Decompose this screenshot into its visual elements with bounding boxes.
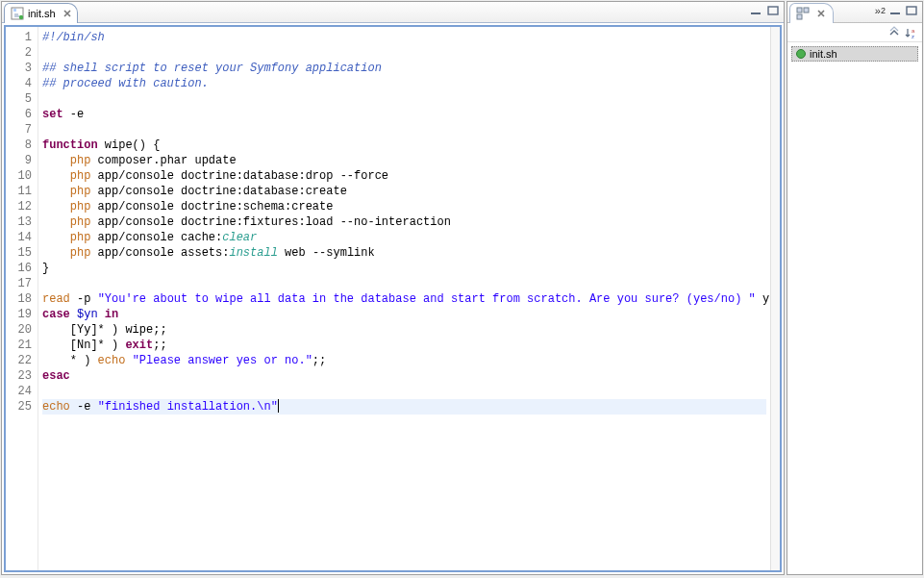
line-number: 20 bbox=[8, 322, 32, 338]
collapse-all-icon[interactable] bbox=[887, 26, 901, 39]
code-line[interactable] bbox=[42, 384, 766, 399]
line-number: 9 bbox=[8, 153, 32, 168]
code-line[interactable]: set -e bbox=[42, 107, 766, 122]
svg-rect-4 bbox=[797, 8, 802, 13]
line-number: 2 bbox=[8, 45, 32, 61]
text-cursor bbox=[278, 399, 279, 413]
shell-script-icon bbox=[796, 49, 806, 59]
line-number: 10 bbox=[8, 168, 32, 184]
code-content[interactable]: #!/bin/sh## shell script to reset your S… bbox=[38, 27, 770, 570]
outline-panel: »2 a z init.sh bbox=[787, 1, 923, 575]
line-number: 12 bbox=[8, 199, 32, 214]
line-number: 1 bbox=[8, 30, 32, 45]
outline-item-init-sh[interactable]: init.sh bbox=[791, 46, 918, 62]
code-editor[interactable]: 1234567891011121314151617181920212223242… bbox=[4, 25, 782, 572]
code-line[interactable]: read -p "You're about to wipe all data i… bbox=[42, 291, 766, 307]
code-line[interactable]: php app/console doctrine:fixtures:load -… bbox=[42, 214, 766, 230]
overflow-count: 2 bbox=[881, 6, 886, 15]
sort-alpha-icon[interactable]: a z bbox=[905, 26, 918, 39]
editor-panel: init.sh 12345678910111213141516171819202… bbox=[1, 1, 785, 575]
line-number: 24 bbox=[8, 384, 32, 399]
svg-rect-6 bbox=[797, 14, 802, 19]
editor-tab-init-sh[interactable]: init.sh bbox=[4, 3, 78, 23]
line-number: 25 bbox=[8, 399, 32, 415]
svg-point-1 bbox=[19, 15, 23, 19]
line-number: 19 bbox=[8, 307, 32, 322]
code-line[interactable] bbox=[42, 122, 766, 138]
code-line[interactable]: php app/console doctrine:schema:create bbox=[42, 199, 766, 214]
code-line[interactable] bbox=[42, 276, 766, 291]
editor-tab-label: init.sh bbox=[28, 8, 56, 19]
maximize-icon[interactable] bbox=[766, 4, 780, 17]
code-line[interactable]: [Nn]* ) exit;; bbox=[42, 338, 766, 353]
code-line[interactable]: php app/console cache:clear bbox=[42, 230, 766, 245]
svg-rect-5 bbox=[804, 8, 809, 13]
line-number: 13 bbox=[8, 214, 32, 230]
code-line[interactable]: * ) echo "Please answer yes or no.";; bbox=[42, 353, 766, 368]
close-icon[interactable] bbox=[815, 8, 827, 19]
code-line[interactable]: esac bbox=[42, 368, 766, 384]
outline-view-icon bbox=[796, 7, 810, 20]
line-number: 3 bbox=[8, 61, 32, 76]
svg-rect-2 bbox=[751, 13, 761, 14]
shell-file-icon bbox=[11, 7, 24, 20]
editor-tab-bar: init.sh bbox=[2, 2, 784, 23]
minimize-icon[interactable] bbox=[888, 4, 902, 17]
outline-body: init.sh bbox=[787, 42, 922, 574]
code-line[interactable]: php app/console doctrine:database:create bbox=[42, 184, 766, 199]
line-number: 16 bbox=[8, 261, 32, 276]
minimize-icon[interactable] bbox=[749, 4, 762, 17]
code-line[interactable]: [Yy]* ) wipe;; bbox=[42, 322, 766, 338]
line-number: 6 bbox=[8, 107, 32, 122]
line-number: 11 bbox=[8, 184, 32, 199]
svg-rect-3 bbox=[768, 7, 778, 14]
line-number: 15 bbox=[8, 245, 32, 261]
code-line[interactable]: ## proceed with caution. bbox=[42, 76, 766, 91]
code-line[interactable]: case $yn in bbox=[42, 307, 766, 322]
overflow-chevron-icon[interactable]: »2 bbox=[875, 4, 886, 17]
outline-sort-toolbar: a z bbox=[787, 23, 922, 42]
code-line[interactable]: function wipe() { bbox=[42, 138, 766, 153]
code-line[interactable]: php composer.phar update bbox=[42, 153, 766, 168]
line-number: 18 bbox=[8, 291, 32, 307]
outline-view-tab[interactable] bbox=[789, 3, 834, 23]
line-number: 21 bbox=[8, 338, 32, 353]
code-line[interactable] bbox=[42, 45, 766, 61]
outline-tab-bar: »2 bbox=[787, 2, 922, 23]
code-line[interactable]: php app/console doctrine:database:drop -… bbox=[42, 168, 766, 184]
line-number: 5 bbox=[8, 91, 32, 107]
svg-rect-8 bbox=[907, 7, 916, 14]
line-number: 4 bbox=[8, 76, 32, 91]
line-number: 22 bbox=[8, 353, 32, 368]
code-line[interactable] bbox=[42, 91, 766, 107]
line-number: 23 bbox=[8, 368, 32, 384]
code-line[interactable]: echo -e "finished installation.\n" bbox=[42, 399, 766, 415]
line-number: 7 bbox=[8, 122, 32, 138]
svg-text:z: z bbox=[912, 34, 914, 39]
code-line[interactable]: #!/bin/sh bbox=[42, 30, 766, 45]
line-number: 8 bbox=[8, 138, 32, 153]
line-number-gutter: 1234567891011121314151617181920212223242… bbox=[6, 27, 38, 570]
overview-ruler[interactable] bbox=[770, 27, 780, 570]
close-icon[interactable] bbox=[62, 8, 73, 19]
outline-item-label: init.sh bbox=[810, 48, 837, 60]
maximize-icon[interactable] bbox=[905, 4, 918, 17]
code-line[interactable]: ## shell script to reset your Symfony ap… bbox=[42, 61, 766, 76]
line-number: 17 bbox=[8, 276, 32, 291]
line-number: 14 bbox=[8, 230, 32, 245]
code-line[interactable]: php app/console assets:install web --sym… bbox=[42, 245, 766, 261]
editor-tab-controls bbox=[749, 4, 780, 17]
svg-rect-7 bbox=[890, 13, 900, 14]
code-line[interactable]: } bbox=[42, 261, 766, 276]
